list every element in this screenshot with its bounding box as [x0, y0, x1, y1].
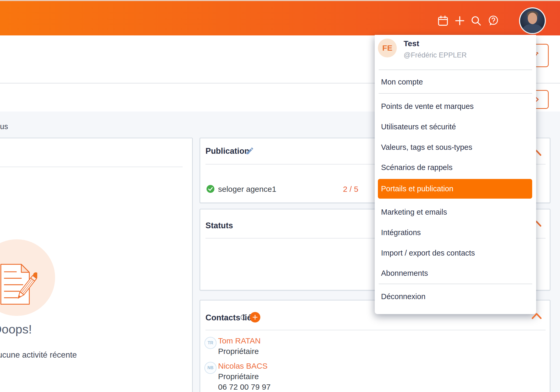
- menu-item-mon-compte[interactable]: Mon compte: [375, 73, 536, 91]
- add-contact-button[interactable]: [250, 312, 260, 322]
- app-window: us Ooops! aucun: [0, 0, 560, 392]
- info-icon[interactable]: [240, 314, 246, 320]
- card-divider: [205, 330, 546, 330]
- menu-item-valeurs-tags[interactable]: Valeurs, tags et sous-types: [375, 137, 536, 157]
- portal-score: 2 / 5: [343, 185, 358, 194]
- collapse-chevron-up-icon[interactable]: [531, 312, 542, 320]
- portal-name: seloger agence1: [218, 185, 276, 194]
- contact-role: Propriétaire: [218, 372, 259, 381]
- menu-item-integrations[interactable]: Intégrations: [375, 222, 536, 243]
- add-icon[interactable]: [454, 15, 466, 27]
- user-initials-avatar: FE: [378, 39, 397, 57]
- menu-item-abonnements[interactable]: Abonnements: [375, 263, 536, 283]
- card-divider: [0, 167, 183, 167]
- linked-contacts-title: Contacts liés: [205, 313, 256, 322]
- contact-name-link[interactable]: Nicolas BACS: [218, 362, 267, 370]
- user-avatar[interactable]: [519, 7, 546, 34]
- menu-divider: [379, 70, 532, 70]
- help-icon[interactable]: [487, 15, 499, 27]
- section-label-partial: us: [0, 122, 8, 131]
- empty-state-subtitle: aucune activité récente: [0, 350, 77, 360]
- contact-role: Propriétaire: [218, 347, 259, 356]
- search-icon[interactable]: [470, 15, 482, 27]
- publication-card-title: Publication: [205, 147, 249, 156]
- status-card-title: Statuts: [205, 221, 233, 230]
- contact-phone: 06 72 00 79 97: [218, 383, 271, 391]
- contact-avatar: NB: [204, 362, 216, 374]
- app-header: [0, 1, 560, 35]
- user-handle: @Frédéric EPPLER: [404, 51, 467, 59]
- contact-name-link[interactable]: Tom RATAN: [218, 336, 261, 345]
- menu-item-import-export[interactable]: Import / export des contacts: [375, 243, 536, 263]
- menu-item-marketing-emails[interactable]: Marketing et emails: [375, 202, 536, 222]
- menu-divider: [379, 284, 532, 284]
- document-pencil-illustration: [0, 261, 37, 306]
- menu-item-portails-publication[interactable]: Portails et publication: [378, 179, 532, 199]
- user-dropdown-menu: FE Test @Frédéric EPPLER Mon compte Poin…: [375, 35, 536, 314]
- menu-item-deconnexion[interactable]: Déconnexion: [375, 286, 536, 307]
- edit-publication-icon[interactable]: [245, 146, 254, 155]
- empty-state-title: Ooops!: [0, 322, 32, 336]
- menu-item-utilisateurs-securite[interactable]: Utilisateurs et sécurité: [375, 116, 536, 137]
- portal-active-check-icon: [207, 185, 214, 193]
- menu-item-scenarios-rappels[interactable]: Scénarios de rappels: [375, 157, 536, 178]
- contact-avatar: TR: [204, 337, 216, 349]
- activity-card: Ooops! aucune activité récente: [0, 138, 193, 392]
- plus-icon: [252, 314, 258, 320]
- menu-divider: [379, 93, 532, 94]
- menu-item-points-de-vente[interactable]: Points de vente et marques: [375, 96, 536, 116]
- user-name: Test: [404, 39, 419, 48]
- calendar-icon[interactable]: [437, 15, 449, 27]
